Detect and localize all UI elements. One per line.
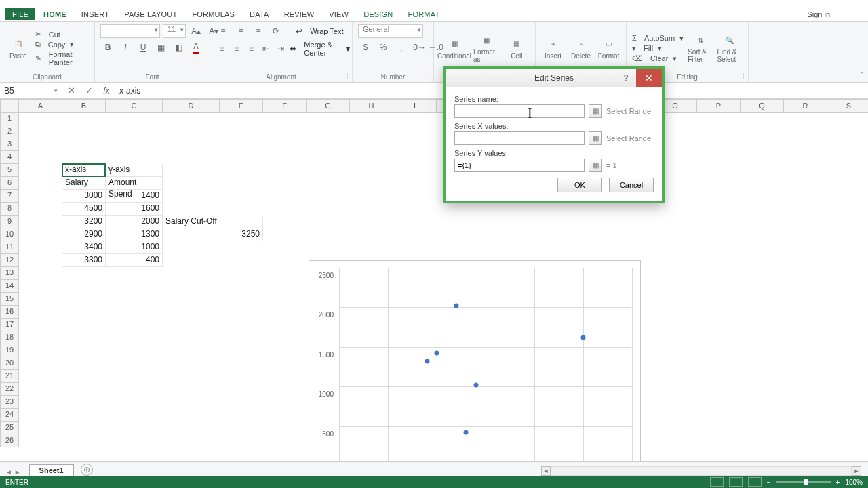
cell[interactable]: 3200 — [62, 216, 106, 228]
align-left-icon[interactable]: ≡ — [216, 42, 228, 56]
borders-button[interactable]: ▦ — [153, 41, 168, 54]
zoom-slider[interactable] — [776, 481, 831, 483]
find-select-button[interactable]: 🔍Find & Select — [717, 33, 743, 63]
enter-entry-icon[interactable]: ✓ — [80, 85, 98, 96]
row-header[interactable]: 16 — [0, 306, 19, 319]
row-header[interactable]: 21 — [0, 370, 19, 383]
row-header[interactable]: 17 — [0, 319, 19, 331]
series-name-input[interactable] — [454, 104, 585, 118]
tab-insert[interactable]: INSERT — [75, 8, 116, 20]
fill-button[interactable]: ▾ Fill ▾ — [632, 44, 684, 53]
row-header[interactable]: 23 — [0, 396, 19, 409]
cell-styles-button[interactable]: ▦Cell — [504, 37, 530, 60]
tab-formulas[interactable]: FORMULAS — [185, 8, 241, 20]
cell[interactable]: 2000 — [106, 216, 163, 228]
view-page-break-icon[interactable] — [748, 477, 762, 487]
cut-button[interactable]: ✂ Cut — [35, 30, 89, 39]
col-header[interactable]: D — [163, 99, 220, 113]
row-header[interactable]: 10 — [0, 228, 19, 241]
series-x-input[interactable] — [454, 131, 585, 145]
dialog-help-icon[interactable]: ? — [617, 69, 635, 87]
col-header[interactable]: P — [697, 99, 741, 113]
cell[interactable]: x-axis — [62, 164, 106, 177]
cell[interactable]: 2900 — [62, 228, 106, 241]
new-sheet-button[interactable]: ⊕ — [81, 464, 93, 476]
align-middle-icon[interactable]: ≡ — [233, 24, 248, 38]
row-header[interactable]: 7 — [0, 190, 19, 203]
font-name-combo[interactable] — [100, 24, 160, 38]
row-header[interactable]: 18 — [0, 331, 19, 344]
align-right-icon[interactable]: ≡ — [245, 42, 258, 56]
row-header[interactable]: 2 — [0, 125, 19, 138]
data-point[interactable] — [435, 351, 439, 356]
data-point[interactable] — [454, 304, 458, 308]
col-header[interactable]: E — [220, 99, 263, 113]
row-header[interactable]: 1 — [0, 113, 19, 125]
align-bottom-icon[interactable]: ≡ — [251, 24, 266, 38]
select-all-corner[interactable] — [0, 99, 19, 113]
row-header[interactable]: 5 — [0, 164, 19, 177]
comma-icon[interactable]: ˏ — [393, 41, 408, 54]
row-header[interactable]: 9 — [0, 216, 19, 228]
paste-button[interactable]: 📋 Paste — [5, 37, 31, 60]
align-top-icon[interactable]: ≡ — [216, 24, 231, 38]
font-color-button[interactable]: A — [189, 41, 203, 54]
row-header[interactable]: 12 — [0, 254, 19, 267]
col-header[interactable]: A — [19, 99, 62, 113]
indent-inc-icon[interactable]: ⇥ — [275, 42, 287, 56]
collapse-ribbon-icon[interactable]: ˄ — [860, 71, 864, 81]
align-center-icon[interactable]: ≡ — [231, 42, 243, 56]
cell[interactable]: y-axis — [106, 164, 163, 177]
zoom-in-icon[interactable]: + — [836, 479, 840, 486]
row-header[interactable]: 14 — [0, 280, 19, 293]
cell[interactable]: 3000 — [62, 190, 106, 203]
row-header[interactable]: 20 — [0, 357, 19, 370]
row-header[interactable]: 3 — [0, 138, 19, 151]
row-header[interactable]: 19 — [0, 344, 19, 357]
col-header[interactable]: R — [784, 99, 827, 113]
row-header[interactable]: 8 — [0, 203, 19, 216]
cell[interactable]: Salary Cut-Off — [163, 216, 263, 228]
row-header[interactable]: 24 — [0, 409, 19, 422]
data-point[interactable] — [473, 383, 478, 388]
delete-cells-button[interactable]: －Delete — [569, 37, 593, 60]
sheet-tab-sheet1[interactable]: Sheet1 — [29, 464, 74, 476]
col-header[interactable]: Q — [741, 99, 784, 113]
series-y-input[interactable] — [454, 159, 585, 172]
tab-review[interactable]: REVIEW — [277, 8, 321, 20]
col-header[interactable]: H — [350, 99, 393, 113]
row-header[interactable]: 11 — [0, 241, 19, 254]
row-header[interactable]: 15 — [0, 293, 19, 306]
row-header[interactable]: 22 — [0, 383, 19, 396]
view-page-layout-icon[interactable] — [729, 477, 743, 487]
name-box[interactable]: B5▾ — [0, 83, 62, 98]
data-point[interactable] — [581, 336, 586, 340]
horizontal-scrollbar[interactable]: ◄► — [541, 466, 861, 476]
merge-center-button[interactable]: ⬌ Merge & Center ▾ — [290, 41, 350, 57]
cell[interactable]: 1600 — [106, 203, 163, 216]
cell[interactable]: 1000 — [106, 241, 163, 254]
percent-icon[interactable]: % — [376, 41, 391, 54]
tab-file[interactable]: FILE — [5, 8, 35, 20]
col-header[interactable]: F — [263, 99, 307, 113]
cancel-entry-icon[interactable]: ✕ — [62, 85, 80, 96]
inc-decimal-icon[interactable]: .0→ — [411, 41, 426, 54]
copy-button[interactable]: ⧉ Copy ▾ — [35, 40, 89, 49]
insert-function-icon[interactable]: fx — [98, 86, 115, 96]
increase-font-icon[interactable]: A▴ — [189, 24, 203, 38]
conditional-formatting-button[interactable]: ▦Conditional — [439, 37, 469, 60]
row-header[interactable]: 4 — [0, 151, 19, 164]
cell[interactable]: 3300 — [62, 254, 106, 267]
bold-button[interactable]: B — [100, 41, 115, 54]
range-selector-icon[interactable]: ▦ — [589, 159, 602, 172]
clear-button[interactable]: ⌫ Clear ▾ — [632, 54, 684, 63]
col-header[interactable]: S — [827, 99, 868, 113]
sort-filter-button[interactable]: ⇅Sort & Filter — [688, 33, 713, 63]
tab-home[interactable]: HOME — [37, 8, 73, 20]
tab-format[interactable]: FORMAT — [401, 8, 447, 20]
number-format-combo[interactable]: General — [358, 24, 423, 38]
fill-color-button[interactable]: ◧ — [171, 41, 186, 54]
autosum-button[interactable]: Σ AutoSum ▾ — [632, 34, 684, 43]
row-header[interactable]: 6 — [0, 177, 19, 190]
cell[interactable]: Salary — [62, 177, 106, 190]
